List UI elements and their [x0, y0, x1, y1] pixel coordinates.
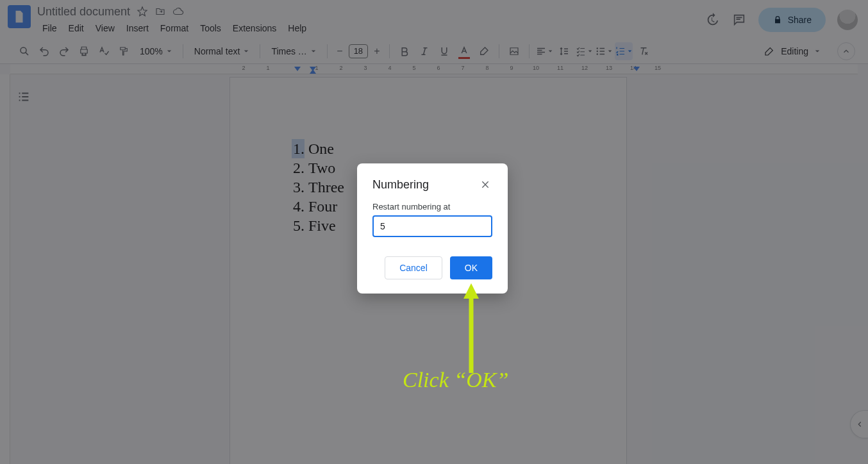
- cancel-button[interactable]: Cancel: [385, 256, 442, 279]
- restart-numbering-input[interactable]: [372, 215, 492, 237]
- numbering-dialog: Numbering Restart numbering at Cancel OK: [357, 163, 508, 294]
- close-icon[interactable]: [478, 178, 492, 192]
- dialog-field-label: Restart numbering at: [372, 202, 492, 211]
- ok-button[interactable]: OK: [450, 256, 492, 279]
- dialog-title: Numbering: [372, 178, 429, 192]
